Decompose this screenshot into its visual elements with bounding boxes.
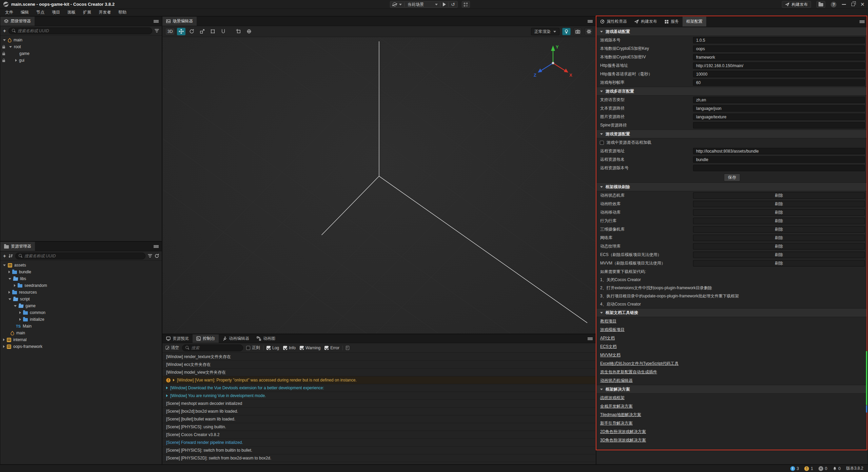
doc-link[interactable]: 动画状态机编辑器: [600, 378, 633, 383]
chevron-down-icon[interactable]: [8, 298, 11, 300]
doc-link[interactable]: ECS文档: [600, 344, 617, 350]
lock-icon[interactable]: [2, 53, 5, 55]
console-log-row[interactable]: ! [Scene] [PHYSICS]: using builtin.: [163, 423, 595, 431]
console-log-row[interactable]: ! [Window] model_view文件夹存在: [163, 369, 595, 376]
filter-icon[interactable]: [155, 29, 159, 33]
panel-menu-icon[interactable]: [860, 20, 865, 23]
config-value-input[interactable]: language/json: [693, 105, 865, 112]
panel-menu-icon[interactable]: [154, 245, 159, 248]
help-button[interactable]: ?: [831, 2, 836, 7]
section-doc-links[interactable]: 框架文档工具链接: [597, 308, 867, 317]
inspector-scrollbar-thumb[interactable]: [866, 351, 867, 405]
remove-module-button[interactable]: 剔除: [693, 226, 865, 233]
asset-node-resources[interactable]: resources: [0, 289, 162, 296]
hierarchy-node-gui[interactable]: gui: [0, 57, 162, 64]
console-log-row[interactable]: ! [Scene] [bullet]:bullet wasm lib loade…: [163, 415, 595, 423]
asset-node-internal[interactable]: internal: [0, 336, 162, 343]
remote-load-checkbox-row[interactable]: 游戏中资源是否远程加载: [597, 138, 867, 147]
save-button[interactable]: 保存: [724, 174, 740, 181]
chevron-right-icon[interactable]: [8, 291, 10, 294]
tab-console[interactable]: 控制台: [193, 334, 219, 343]
tab-animation-editor[interactable]: 动画编辑器: [219, 334, 253, 343]
refresh-icon[interactable]: [155, 254, 159, 258]
notification-count[interactable]: 0: [833, 466, 841, 471]
render-mode-select[interactable]: 正常渲染: [531, 28, 559, 35]
restart-button[interactable]: ↺: [451, 2, 455, 6]
chevron-right-icon[interactable]: [19, 318, 21, 321]
hierarchy-searchbox[interactable]: [8, 27, 152, 34]
log-filter-checkbox[interactable]: Error: [324, 346, 339, 350]
asset-node-assets[interactable]: assets: [0, 262, 162, 269]
inspector-scrollbar-thumb-end[interactable]: [866, 405, 867, 413]
console-log-row[interactable]: ! [Scene] [box2d]:box2d wasm lib loaded.: [163, 408, 595, 415]
chevron-down-icon[interactable]: [9, 46, 12, 48]
asset-node-libs[interactable]: libs: [0, 275, 162, 282]
solution-link[interactable]: 新手引导解决方案: [600, 420, 633, 426]
preview-qr-button[interactable]: [462, 1, 470, 8]
assets-searchbox[interactable]: [15, 253, 145, 259]
doc-link[interactable]: 原生包热更新配置自动生成插件: [600, 369, 657, 375]
info-count[interactable]: i 3: [790, 466, 799, 471]
asset-node-common[interactable]: common: [0, 309, 162, 316]
remove-module-button[interactable]: 剔除: [693, 218, 865, 224]
axis-gizmo[interactable]: Y X Z: [531, 43, 575, 81]
section-framework-modules[interactable]: 框架模块剔除: [597, 182, 867, 191]
console-clear-button[interactable]: 清空: [165, 345, 179, 351]
asset-node-script[interactable]: script: [0, 296, 162, 302]
asset-node-game[interactable]: game: [0, 302, 162, 309]
scene-camera-button[interactable]: [573, 28, 582, 35]
doc-link[interactable]: API文档: [600, 335, 615, 341]
panel-menu-icon[interactable]: [588, 337, 593, 340]
doc-link[interactable]: Excel格式转Json文件与TypeScript代码工具: [600, 361, 678, 367]
expand-caret-icon[interactable]: [166, 394, 168, 397]
add-asset-button[interactable]: +: [3, 254, 6, 258]
console-log-row[interactable]: ! [Window] Download the Vue Devtools ext…: [163, 384, 595, 392]
menu-item[interactable]: 面板: [64, 9, 79, 15]
solution-link[interactable]: Tiledmap地图解决方案: [600, 412, 641, 418]
tab-animation-graph[interactable]: 动画图: [253, 334, 279, 343]
tab-framework-config[interactable]: 框架配置: [683, 17, 706, 26]
chevron-down-icon[interactable]: [399, 4, 402, 5]
asset-node-initialize[interactable]: initialize: [0, 316, 162, 323]
assets-search-input[interactable]: [24, 254, 142, 258]
remove-module-button[interactable]: 剔除: [693, 209, 865, 216]
tab-build-publish[interactable]: 构建发布: [631, 17, 661, 26]
config-value-input[interactable]: [693, 165, 865, 171]
remove-module-button[interactable]: 剔除: [693, 235, 865, 241]
config-value-input[interactable]: 10000: [693, 71, 865, 77]
hierarchy-node-main[interactable]: main: [0, 37, 162, 43]
chevron-right-icon[interactable]: [8, 271, 10, 273]
move-tool-button[interactable]: [177, 28, 185, 35]
expand-caret-icon[interactable]: [173, 379, 175, 381]
menu-item[interactable]: 帮助: [115, 9, 130, 15]
rect-tool-button[interactable]: [209, 28, 217, 35]
solution-link[interactable]: 战棋游戏框架: [600, 395, 625, 401]
console-log-row[interactable]: ! [Window] ecs文件夹存在: [163, 361, 595, 369]
log-filter-checkbox[interactable]: Info: [283, 346, 296, 350]
chevron-down-icon[interactable]: [3, 264, 6, 266]
menu-item[interactable]: 编辑: [17, 9, 33, 15]
menu-item[interactable]: 项目: [48, 9, 64, 15]
config-value-input[interactable]: 1.0.5: [693, 37, 865, 43]
3d-mode-toggle[interactable]: 3D: [165, 28, 175, 35]
tab-scene-editor[interactable]: 场景编辑器: [162, 17, 197, 26]
section-game-resource-config[interactable]: 游戏资源配置: [597, 130, 867, 138]
remove-module-button[interactable]: 剔除: [693, 243, 865, 250]
asset-node-main-scene[interactable]: main: [0, 330, 162, 336]
asset-node-seedrandom[interactable]: seedrandom: [0, 282, 162, 289]
section-solutions[interactable]: 框架解决方案: [597, 385, 867, 394]
chevron-right-icon[interactable]: [3, 338, 5, 341]
solution-link[interactable]: 2D角色扮演游戏解决方案: [600, 429, 646, 435]
chevron-right-icon[interactable]: [15, 59, 17, 62]
scene-settings-button[interactable]: [585, 28, 593, 35]
warning-count[interactable]: ! 1: [804, 466, 813, 471]
hierarchy-search-input[interactable]: [18, 28, 149, 33]
console-log-row[interactable]: ! [Scene] [PHYSICS2D]: switch from box2d…: [163, 454, 595, 462]
open-project-folder-button[interactable]: [816, 1, 825, 8]
console-log-row[interactable]: ! [Window] [Vue warn]: Property "onInput…: [163, 376, 595, 384]
panel-menu-icon[interactable]: [588, 20, 593, 23]
chevron-down-icon[interactable]: [8, 278, 11, 280]
log-file-icon[interactable]: [346, 346, 349, 350]
tab-asset-preview[interactable]: 资源预览: [162, 334, 193, 343]
tab-hierarchy[interactable]: 层级管理器: [0, 17, 35, 26]
